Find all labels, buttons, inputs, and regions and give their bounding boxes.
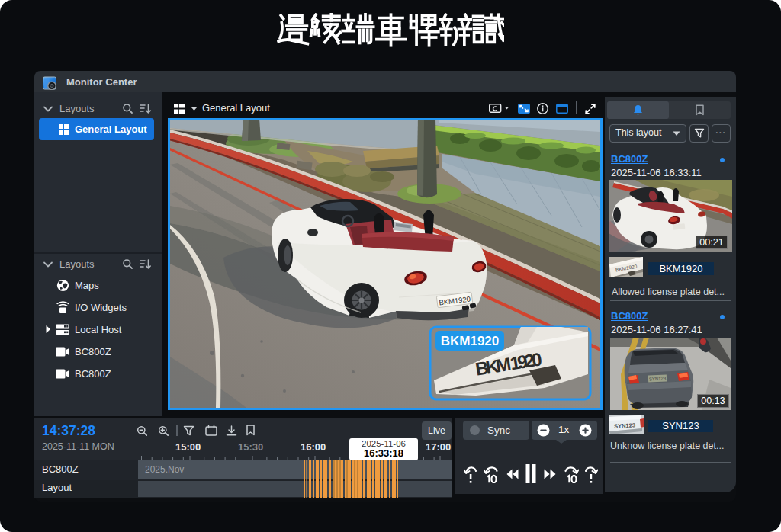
svg-text:SYN123: SYN123 [614, 421, 635, 429]
svg-text:BKM1920: BKM1920 [441, 334, 500, 348]
svg-text:SYN123: SYN123 [649, 377, 667, 382]
